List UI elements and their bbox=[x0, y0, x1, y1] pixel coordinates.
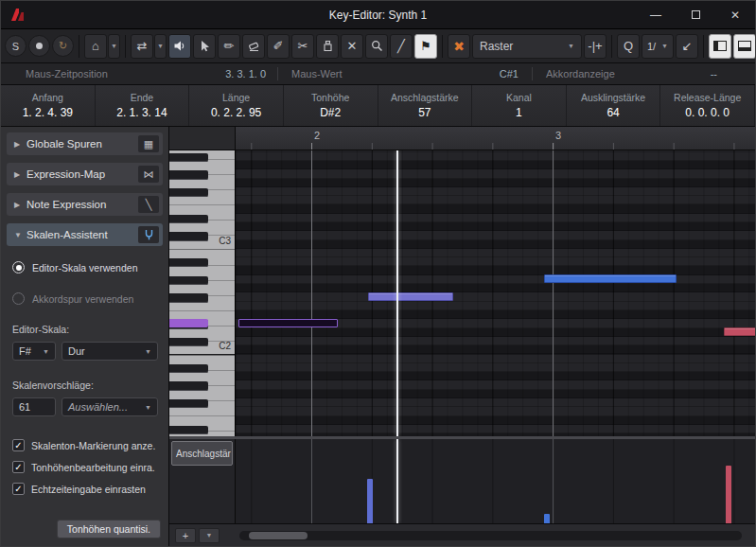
auto-select-button[interactable]: ⇄ bbox=[131, 34, 153, 59]
scale-checkbox-row[interactable]: ✓Tonhöhenbearbeitung einra. bbox=[12, 461, 157, 473]
midi-note[interactable] bbox=[724, 327, 755, 336]
toolbar-separator bbox=[79, 35, 79, 58]
sidebar-section-expression-map[interactable]: ▶Expression-Map⋈ bbox=[7, 163, 163, 185]
checkbox-checked-icon[interactable]: ✓ bbox=[12, 483, 25, 495]
black-key[interactable] bbox=[169, 364, 208, 373]
nudge-button[interactable]: -|+ bbox=[584, 34, 607, 59]
maximize-button[interactable] bbox=[676, 1, 715, 28]
scroll-to-cursor-button[interactable]: ↙ bbox=[676, 34, 698, 59]
home-dropdown[interactable]: ▼ bbox=[108, 34, 120, 59]
horizontal-scrollbar[interactable] bbox=[239, 531, 742, 540]
use-chord-track-option[interactable]: Akkordspur verwenden bbox=[12, 292, 157, 305]
lower-zone-toggle[interactable] bbox=[733, 34, 755, 59]
midi-note[interactable] bbox=[368, 292, 453, 301]
note-info-label: Ausklingstärke bbox=[581, 92, 645, 103]
use-editor-scale-option[interactable]: Editor-Skala verwenden bbox=[12, 261, 157, 274]
midi-note-selected[interactable] bbox=[238, 319, 338, 327]
controller-lane-label[interactable]: Anschlagstär bbox=[171, 441, 233, 466]
black-key[interactable] bbox=[169, 258, 208, 267]
scale-checkbox-row[interactable]: ✓Echtzeiteingabe einrasten bbox=[12, 483, 157, 495]
tuning-fork-icon[interactable] bbox=[138, 226, 159, 243]
auto-select-dropdown[interactable]: ▼ bbox=[154, 34, 167, 59]
note-info-value[interactable]: 0. 2. 2. 95 bbox=[211, 106, 261, 119]
mouse-time-segment: Maus-Zeitposition 3. 3. 1. 0 bbox=[1, 63, 277, 84]
black-key[interactable] bbox=[169, 276, 208, 285]
suggestions-count-field[interactable]: 61 bbox=[12, 397, 56, 416]
midi-note[interactable] bbox=[544, 274, 677, 283]
toolbar-separator bbox=[125, 35, 126, 58]
quantize-pitches-button[interactable]: Tonhöhen quantisi. bbox=[57, 520, 161, 538]
home-button[interactable]: ⌂ bbox=[84, 34, 107, 59]
piano-keyboard[interactable]: C3C2 bbox=[169, 150, 236, 436]
black-key[interactable] bbox=[169, 153, 208, 162]
playhead-cursor[interactable] bbox=[396, 150, 398, 436]
line-tool[interactable]: ╱ bbox=[390, 34, 413, 59]
scale-type-dropdown[interactable]: Dur ▼ bbox=[62, 342, 158, 361]
black-key[interactable] bbox=[169, 381, 208, 390]
expression-map-icon[interactable]: ⋈ bbox=[138, 166, 159, 183]
note-info-column: Kanal1 bbox=[472, 85, 567, 126]
glue-tool[interactable] bbox=[316, 34, 339, 59]
black-key[interactable] bbox=[169, 170, 208, 179]
erase-tool[interactable] bbox=[242, 34, 265, 59]
scale-root-dropdown[interactable]: F# ▼ bbox=[12, 342, 56, 361]
velocity-bar[interactable] bbox=[367, 479, 373, 523]
object-selection-tool[interactable] bbox=[193, 34, 216, 59]
scrollbar-thumb[interactable] bbox=[249, 532, 308, 539]
grid-type-dropdown[interactable]: Raster ▼ bbox=[472, 34, 582, 59]
black-key[interactable] bbox=[169, 215, 208, 223]
black-key[interactable] bbox=[169, 426, 208, 434]
note-info-value[interactable]: 1 bbox=[516, 106, 522, 119]
scale-checkbox-row[interactable]: ✓Skalenton-Markierung anze. bbox=[12, 439, 157, 451]
chevron-down-icon: ▼ bbox=[111, 43, 117, 49]
black-key[interactable] bbox=[169, 188, 208, 197]
suggestions-select-dropdown[interactable]: Auswählen... ▼ bbox=[62, 397, 158, 416]
black-key[interactable] bbox=[169, 338, 208, 346]
note-info-value[interactable]: 64 bbox=[607, 106, 619, 119]
acoustic-feedback-button[interactable] bbox=[168, 34, 191, 59]
snap-button[interactable]: ✖ bbox=[448, 34, 470, 59]
note-info-value[interactable]: 2. 1. 3. 14 bbox=[116, 106, 167, 119]
quantize-button[interactable]: Q bbox=[617, 34, 640, 59]
checkbox-checked-icon[interactable]: ✓ bbox=[12, 461, 25, 473]
note-expression-icon[interactable]: ╲ bbox=[138, 196, 159, 213]
mute-tool[interactable]: ✕ bbox=[341, 34, 363, 59]
timeline-ruler[interactable]: 23 bbox=[236, 127, 755, 150]
zoom-tool[interactable] bbox=[365, 34, 388, 59]
note-info-value[interactable]: 1. 2. 4. 39 bbox=[23, 106, 73, 119]
highlighted-key[interactable] bbox=[169, 319, 208, 327]
split-tool[interactable]: ✂ bbox=[291, 34, 314, 59]
note-info-value[interactable]: 0. 0. 0. 0 bbox=[685, 106, 730, 119]
chevron-down-icon: ▼ bbox=[568, 43, 574, 49]
loop-button[interactable]: ↻ bbox=[52, 35, 74, 57]
left-zone-toggle[interactable] bbox=[709, 34, 731, 59]
draw-tool[interactable]: ✏ bbox=[218, 34, 240, 59]
close-button[interactable]: ✕ bbox=[715, 1, 755, 28]
black-key[interactable] bbox=[169, 399, 208, 408]
trim-tool[interactable]: ✐ bbox=[267, 34, 290, 59]
note-grid[interactable] bbox=[236, 150, 755, 436]
radio-unselected-icon bbox=[12, 292, 25, 305]
black-key[interactable] bbox=[169, 232, 208, 240]
note-info-value[interactable]: D#2 bbox=[320, 106, 341, 119]
black-key[interactable] bbox=[169, 293, 208, 302]
note-info-value[interactable]: 57 bbox=[418, 106, 431, 119]
minimize-button[interactable]: — bbox=[636, 1, 676, 28]
checkbox-checked-icon[interactable]: ✓ bbox=[12, 439, 25, 451]
time-warp-tool[interactable]: ⚑ bbox=[414, 34, 437, 59]
quantize-preset-dropdown[interactable]: 1/ ▼ bbox=[642, 34, 674, 59]
velocity-lane[interactable] bbox=[236, 439, 755, 523]
sidebar-section-scale-assistant[interactable]: ▼Skalen-Assistent bbox=[7, 223, 163, 246]
controller-lane-menu-button[interactable]: ▼ bbox=[199, 528, 220, 543]
add-controller-lane-button[interactable]: + bbox=[175, 528, 196, 543]
solo-button[interactable]: S bbox=[5, 35, 26, 57]
window-controls: — ✕ bbox=[636, 1, 755, 28]
sidebar-section-global-tracks[interactable]: ▶Globale Spuren▦ bbox=[7, 132, 163, 155]
sidebar-section-note-expression[interactable]: ▶Note Expression╲ bbox=[7, 193, 163, 216]
controller-lane-header: Anschlagstär bbox=[169, 439, 236, 523]
record-button[interactable] bbox=[28, 35, 50, 57]
global-tracks-icon[interactable]: ▦ bbox=[138, 135, 159, 152]
mouse-value-value: C#1 bbox=[500, 68, 519, 79]
velocity-bar[interactable] bbox=[544, 514, 550, 523]
velocity-bar[interactable] bbox=[726, 466, 731, 523]
